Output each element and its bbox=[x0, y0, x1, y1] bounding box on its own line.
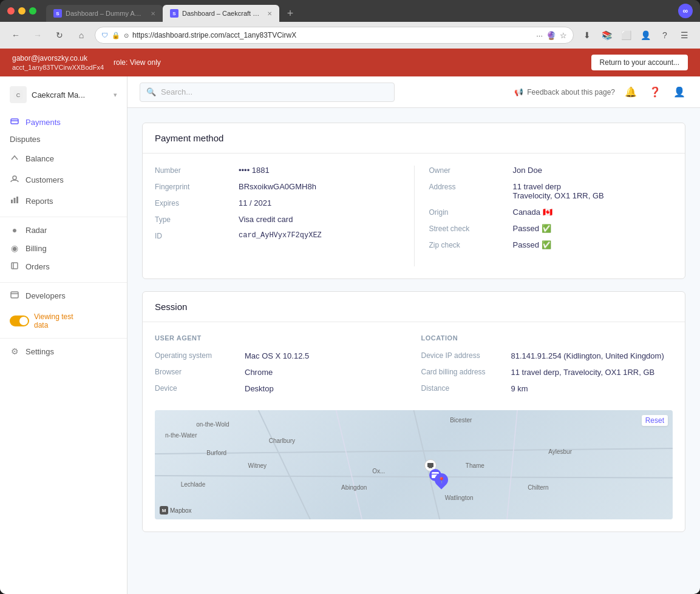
sidebar-test-data-toggle-row: Viewing testdata bbox=[0, 308, 127, 334]
reader-mode-icon[interactable]: 🔮 bbox=[546, 31, 556, 40]
session-map: on-the-Wold n-the-Water Charlbury Bicest… bbox=[155, 410, 673, 519]
sidebar-item-balance[interactable]: Balance bbox=[0, 149, 127, 168]
tablet-icon[interactable]: ⬜ bbox=[617, 27, 634, 44]
banner-email: gabor@javorszky.co.uk bbox=[12, 54, 104, 62]
sidebar-item-reports[interactable]: Reports bbox=[0, 192, 127, 211]
billing-icon: ◉ bbox=[10, 243, 19, 253]
url-more-button[interactable]: ··· bbox=[536, 31, 543, 40]
sidebar-billing-label: Billing bbox=[25, 244, 47, 253]
sidebar-payments-section: Payments Disputes bbox=[0, 113, 127, 147]
url-actions: ··· 🔮 ☆ bbox=[536, 31, 567, 40]
sidebar-item-customers[interactable]: Customers bbox=[0, 170, 127, 189]
sidebar-radar-section: ● Radar ◉ Billing Orders bbox=[0, 221, 127, 276]
session-grid: USER AGENT Operating system Mac OS X 10.… bbox=[155, 334, 673, 400]
svg-line-14 bbox=[155, 448, 673, 454]
tab-1[interactable]: S Dashboard – Dummy Account 2 ✕ bbox=[46, 5, 163, 22]
pm-owner-value: Jon Doe bbox=[513, 166, 673, 175]
sidebar-item-developers[interactable]: Developers bbox=[0, 286, 127, 305]
url-domain: https://dashboard.stripe.com bbox=[132, 31, 224, 39]
help-button[interactable]: ❓ bbox=[647, 84, 664, 101]
sidebar-developers-section: Developers bbox=[0, 286, 127, 305]
stripe-sub-header: 🔍 Search... 📢 Feedback about this page? … bbox=[127, 76, 700, 108]
sidebar-header[interactable]: C Caekcraft Ma... ▾ bbox=[0, 81, 127, 108]
nav-right-icons: ⬇ 📚 ⬜ 👤 ? ☰ bbox=[579, 27, 693, 44]
session-location-title: LOCATION bbox=[421, 334, 673, 342]
tab-2-close[interactable]: ✕ bbox=[267, 10, 272, 17]
shield-icon: 🛡 bbox=[101, 32, 108, 39]
payments-icon bbox=[10, 117, 19, 127]
svg-rect-5 bbox=[11, 200, 13, 203]
customers-icon bbox=[10, 175, 19, 185]
sidebar-item-radar[interactable]: ● Radar bbox=[0, 221, 127, 239]
library-icon[interactable]: 📚 bbox=[598, 27, 615, 44]
sidebar-logo: C bbox=[10, 86, 27, 103]
menu-icon[interactable]: ☰ bbox=[676, 27, 693, 44]
session-os-label: Operating system bbox=[155, 351, 240, 360]
map-background: on-the-Wold n-the-Water Charlbury Bicest… bbox=[155, 410, 673, 519]
pm-origin-value: Canada 🇨🇦 bbox=[513, 208, 673, 217]
sidebar-item-billing[interactable]: ◉ Billing bbox=[0, 239, 127, 257]
account-icon[interactable]: 👤 bbox=[637, 27, 654, 44]
sidebar-item-disputes[interactable]: Disputes bbox=[0, 132, 127, 147]
viewing-test-data-toggle[interactable] bbox=[10, 316, 29, 326]
tab-2[interactable]: S Dashboard – Caekcraft Main – S ✕ bbox=[163, 5, 279, 22]
sidebar-divider-1 bbox=[0, 217, 127, 217]
sidebar-item-orders[interactable]: Orders bbox=[0, 257, 127, 276]
pm-street-check-label: Street check bbox=[429, 224, 508, 233]
map-label-aylesbur: Aylesbur bbox=[548, 448, 572, 455]
session-device-value: Desktop bbox=[245, 384, 407, 393]
tab-1-favicon: S bbox=[53, 9, 62, 18]
svg-point-4 bbox=[13, 176, 16, 180]
pm-origin-row: Origin Canada 🇨🇦 bbox=[429, 208, 673, 217]
session-os-value: Mac OS X 10.12.5 bbox=[245, 351, 407, 360]
sidebar-disputes-label: Disputes bbox=[10, 135, 41, 144]
bookmark-icon[interactable]: ☆ bbox=[560, 31, 567, 40]
pm-address-line2: Travelocity, OX1 1RR, GB bbox=[513, 191, 673, 200]
pm-address-line1: 11 travel derp bbox=[513, 182, 673, 191]
close-button[interactable] bbox=[7, 7, 15, 15]
tabs-bar: S Dashboard – Dummy Account 2 ✕ S Dashbo… bbox=[46, 0, 673, 22]
developers-icon bbox=[10, 291, 19, 301]
feedback-speaker-icon: 📢 bbox=[514, 88, 523, 96]
fullscreen-button[interactable] bbox=[29, 7, 36, 15]
pm-owner-label: Owner bbox=[429, 166, 508, 175]
svg-line-16 bbox=[336, 410, 362, 519]
tab-2-label: Dashboard – Caekcraft Main – S bbox=[182, 10, 261, 17]
payment-method-card-body: Number •••• 1881 Fingerprint BRsxoikwGA0… bbox=[143, 154, 685, 278]
pm-id-row: ID card_AyHVyx7F2qyXEZ bbox=[155, 231, 414, 240]
back-button[interactable]: ← bbox=[7, 27, 24, 44]
url-bar[interactable]: 🛡 🔒 ⊙ https://dashboard.stripe.com/acct_… bbox=[95, 27, 574, 44]
svg-line-17 bbox=[507, 410, 517, 519]
svg-rect-7 bbox=[16, 197, 18, 203]
notifications-button[interactable]: 🔔 bbox=[622, 84, 639, 101]
map-reset-button[interactable]: Reset bbox=[642, 415, 668, 426]
payment-method-grid: Number •••• 1881 Fingerprint BRsxoikwGA0… bbox=[155, 166, 673, 266]
feedback-button[interactable]: 📢 Feedback about this page? bbox=[514, 88, 615, 96]
search-box[interactable]: 🔍 Search... bbox=[140, 83, 395, 102]
user-menu-button[interactable]: 👤 bbox=[671, 84, 688, 101]
minimize-button[interactable] bbox=[18, 7, 25, 15]
map-label-ox: Ox... bbox=[372, 468, 385, 474]
sidebar-item-payments[interactable]: Payments bbox=[0, 113, 127, 132]
session-device-row: Device Desktop bbox=[155, 384, 407, 393]
pm-right-section: Owner Jon Doe Address 11 travel derp Tra… bbox=[414, 166, 673, 266]
svg-text:C: C bbox=[16, 92, 21, 98]
help-icon[interactable]: ? bbox=[656, 27, 673, 44]
return-to-account-button[interactable]: Return to your account... bbox=[591, 55, 688, 70]
svg-rect-19 bbox=[429, 467, 432, 468]
banner-account-id: acct_1any83TVCirwXXBodFx4 bbox=[12, 64, 104, 71]
sidebar-item-settings[interactable]: ⚙ Settings bbox=[0, 342, 127, 360]
banner-user-info: gabor@javorszky.co.uk acct_1any83TVCirwX… bbox=[12, 54, 104, 71]
pm-zip-check-row: Zip check Passed ✅ bbox=[429, 240, 673, 249]
settings-icon: ⚙ bbox=[10, 346, 19, 356]
sidebar-settings-section: ⚙ Settings bbox=[0, 342, 127, 360]
tab-1-close[interactable]: ✕ bbox=[151, 10, 155, 17]
reload-button[interactable]: ↻ bbox=[51, 27, 68, 44]
home-button[interactable]: ⌂ bbox=[73, 27, 90, 44]
sidebar-payments-label: Payments bbox=[25, 118, 61, 127]
pm-owner-row: Owner Jon Doe bbox=[429, 166, 673, 175]
download-icon[interactable]: ⬇ bbox=[579, 27, 596, 44]
sidebar-radar-label: Radar bbox=[25, 226, 47, 235]
sidebar-reports-section: Reports bbox=[0, 192, 127, 211]
new-tab-button[interactable]: + bbox=[282, 5, 299, 22]
